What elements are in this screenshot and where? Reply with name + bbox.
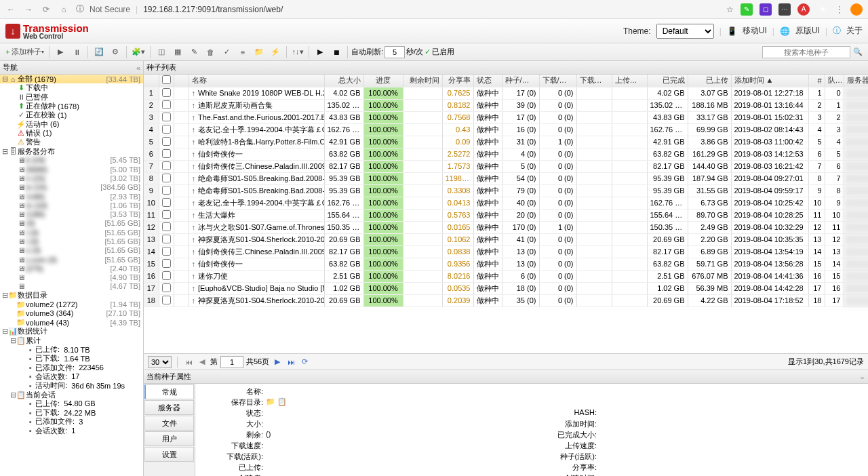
table-row[interactable]: 1↑White Snake 2019 1080P WEB-DL H.264 AA… bbox=[144, 87, 868, 99]
tab-server[interactable]: 服务器 bbox=[144, 400, 194, 415]
col-queue[interactable]: 队列 bbox=[825, 75, 844, 87]
row-checkbox[interactable] bbox=[162, 161, 171, 170]
speed-up-icon[interactable]: ↑↓▾ bbox=[290, 45, 305, 59]
nav-vol2[interactable]: 📁volume2 (1272)[1.94 TB] bbox=[0, 300, 143, 309]
server-item[interactable]: 🖥x (3)[51.65 GB] bbox=[0, 246, 143, 255]
copy-icon[interactable]: 📋 bbox=[277, 397, 287, 408]
server-item[interactable]: 🖥i (3)[51.65 GB] bbox=[0, 228, 143, 237]
nav-downloading[interactable]: ⬇下载中 bbox=[0, 83, 143, 92]
table-row[interactable]: 17↑[Eupho&VCB-Studio] Baja no Studio [Ma… bbox=[144, 282, 868, 294]
gear-icon[interactable]: ⚙ bbox=[108, 45, 123, 59]
delete-icon[interactable]: 🗑 bbox=[203, 45, 218, 59]
ext-icon-abp[interactable]: A bbox=[797, 3, 810, 16]
about-link[interactable]: 关于 bbox=[846, 25, 863, 37]
table-row[interactable]: 9↑绝命毒师S01-S05.Breaking.Bad.2008-2012.108… bbox=[144, 184, 868, 197]
theme-select[interactable]: Default bbox=[656, 24, 714, 39]
server-item[interactable]: 🖥 (3)[51.65 GB] bbox=[0, 219, 143, 228]
tab-files[interactable]: 文件 bbox=[144, 416, 194, 431]
col-status[interactable]: 状态 bbox=[473, 75, 502, 87]
back-icon[interactable]: ← bbox=[5, 5, 16, 14]
first-page-icon[interactable]: ⏮ bbox=[183, 358, 194, 366]
reload-icon[interactable]: ⟳ bbox=[41, 5, 52, 14]
server-item[interactable]: 🖥m (10)[1.06 TB] bbox=[0, 201, 143, 210]
menu-icon[interactable]: ⋮ bbox=[835, 5, 844, 14]
server-item[interactable]: 🖥i (3)[51.65 GB] bbox=[0, 237, 143, 245]
nav-servers[interactable]: ⊟🗄服务器分布 bbox=[0, 146, 143, 155]
nav-active[interactable]: ⚡活动中 (6) bbox=[0, 119, 143, 128]
table-row[interactable]: 6↑仙剑奇侠传一63.82 GB100.00%2.5272做种中4 (0)0 (… bbox=[144, 148, 868, 160]
star-icon[interactable]: ☆ bbox=[726, 5, 734, 14]
table-row[interactable]: 13↑神探夏洛克S01-S04.Sherlock.2010-2017.1080p… bbox=[144, 233, 868, 245]
col-server[interactable]: 服务器 bbox=[844, 75, 868, 87]
nav-paused[interactable]: ⏸已暂停 bbox=[0, 93, 143, 102]
col-progress[interactable]: 进度 bbox=[363, 75, 403, 87]
ext-icon-1[interactable]: ✎ bbox=[741, 3, 753, 16]
nav-warning[interactable]: ⚠警告 bbox=[0, 138, 143, 146]
col-peers[interactable]: 下载/活跃 bbox=[539, 75, 576, 87]
row-checkbox[interactable] bbox=[162, 137, 171, 146]
nav-cumulative[interactable]: ⊟📋累计 bbox=[0, 336, 143, 345]
puzzle-icon[interactable]: 🧩▾ bbox=[130, 45, 146, 59]
ext-icon-5[interactable]: ❀ bbox=[816, 3, 829, 16]
row-checkbox[interactable] bbox=[162, 210, 171, 219]
row-checkbox[interactable] bbox=[162, 283, 171, 292]
mobile-ui-link[interactable]: 移动UI bbox=[743, 25, 767, 37]
server-item[interactable]: 🖥 (5000)[5.00 TB] bbox=[0, 165, 143, 174]
server-item[interactable]: 🖥1180)[3.53 TB] bbox=[0, 210, 143, 218]
row-checkbox[interactable] bbox=[162, 100, 171, 109]
row-checkbox[interactable] bbox=[162, 125, 171, 134]
nav-vol3[interactable]: 📁volume3 (364)[27.10 TB] bbox=[0, 309, 143, 318]
table-row[interactable]: 7↑仙剑奇侠传三.Chinese.Paladin.III.2009.Comple… bbox=[144, 160, 868, 172]
add-seed-button[interactable]: ＋添加种子▾ bbox=[3, 45, 45, 59]
prev-page-icon[interactable]: ◀ bbox=[197, 357, 208, 366]
table-row[interactable]: 12↑冰与火之歌S01-S07.Game.of.Thrones.1080p.Bl… bbox=[144, 221, 868, 233]
table-row[interactable]: 4↑老友记.全十季.1994-2004.中英字幕￡CMCT蝴蝶春夕162.76 … bbox=[144, 123, 868, 136]
col-done[interactable]: 已完成 bbox=[647, 75, 688, 87]
server-item[interactable]: 🖥1180)[2.93 TB] bbox=[0, 192, 143, 201]
table-row[interactable]: 10↑老友记.全十季.1994-2004.中英字幕￡CMCT蝴蝶春夕162.76… bbox=[144, 197, 868, 209]
info-icon[interactable]: ⓘ bbox=[76, 3, 84, 15]
refresh-icon[interactable]: 🔄 bbox=[92, 45, 106, 59]
row-checkbox[interactable] bbox=[162, 198, 171, 207]
col-name[interactable]: 名称 bbox=[189, 75, 324, 87]
server-item[interactable]: 🖥[4.90 TB] bbox=[0, 273, 143, 282]
t2-icon[interactable]: ▦ bbox=[170, 45, 185, 59]
last-page-icon[interactable]: ⏭ bbox=[285, 358, 296, 366]
server-item[interactable]: 🖥n (15)[3.02 TB] bbox=[0, 174, 143, 182]
col-ratio[interactable]: 分享率 bbox=[442, 75, 473, 87]
next-page-icon[interactable]: ▶ bbox=[272, 357, 283, 366]
row-checkbox[interactable] bbox=[162, 271, 171, 280]
col-remaining[interactable]: 剩余时间 bbox=[403, 75, 442, 87]
stop-all-icon[interactable]: ⏹ bbox=[329, 45, 344, 59]
select-all-checkbox[interactable] bbox=[162, 75, 171, 84]
pause-icon[interactable]: ⏸ bbox=[69, 45, 84, 59]
folder-icon[interactable]: 📁 bbox=[252, 45, 267, 59]
search-icon[interactable]: 🔍 bbox=[850, 45, 865, 59]
table-row[interactable]: 11↑生活大爆炸155.64 GB100.00%0.5763做种中20 (0)0… bbox=[144, 209, 868, 221]
col-idx[interactable]: # bbox=[808, 75, 825, 87]
col-uploaded[interactable]: 已上传 bbox=[688, 75, 731, 87]
table-row[interactable]: 14↑仙剑奇侠传三.Chinese.Paladin.III.2009.Compl… bbox=[144, 245, 868, 258]
nav-error[interactable]: ⚠错误 (1) bbox=[0, 129, 143, 138]
server-item[interactable]: 🖥b (24)[5.45 TB] bbox=[0, 156, 143, 165]
ext-icon-2[interactable]: ◻ bbox=[760, 3, 772, 16]
collapse-props-icon[interactable]: ⌄ bbox=[859, 372, 865, 381]
row-checkbox[interactable] bbox=[162, 296, 171, 304]
table-row[interactable]: 2↑迪斯尼皮克斯动画合集135.02 GB100.00%0.8182做种中39 … bbox=[144, 99, 868, 111]
start-icon[interactable]: ▶ bbox=[53, 45, 68, 59]
search-input[interactable] bbox=[762, 46, 850, 58]
tab-settings[interactable]: 设置 bbox=[144, 447, 194, 462]
nav-checking[interactable]: ✓正在校验 (1) bbox=[0, 111, 143, 119]
nav-vol4[interactable]: 📁volume4 (43)[4.39 TB] bbox=[0, 318, 143, 327]
row-checkbox[interactable] bbox=[162, 247, 171, 256]
table-row[interactable]: 8↑绝命毒师S01-S05.Breaking.Bad.2008-2012.108… bbox=[144, 172, 868, 184]
server-item[interactable]: 🖥(275)[2.40 TB] bbox=[0, 264, 143, 273]
play-all-icon[interactable]: ▶ bbox=[313, 45, 328, 59]
nav-seeding[interactable]: ⬆正在做种 (1678) bbox=[0, 102, 143, 111]
col-dlspeed[interactable]: 下载速度 bbox=[576, 75, 612, 87]
home-icon[interactable]: ⌂ bbox=[58, 5, 69, 14]
verify-icon[interactable]: ✓ bbox=[219, 45, 234, 59]
server-item[interactable]: 🖥in (15)[384.56 GB] bbox=[0, 183, 143, 192]
tab-users[interactable]: 用户 bbox=[144, 431, 194, 446]
row-checkbox[interactable] bbox=[162, 186, 171, 195]
